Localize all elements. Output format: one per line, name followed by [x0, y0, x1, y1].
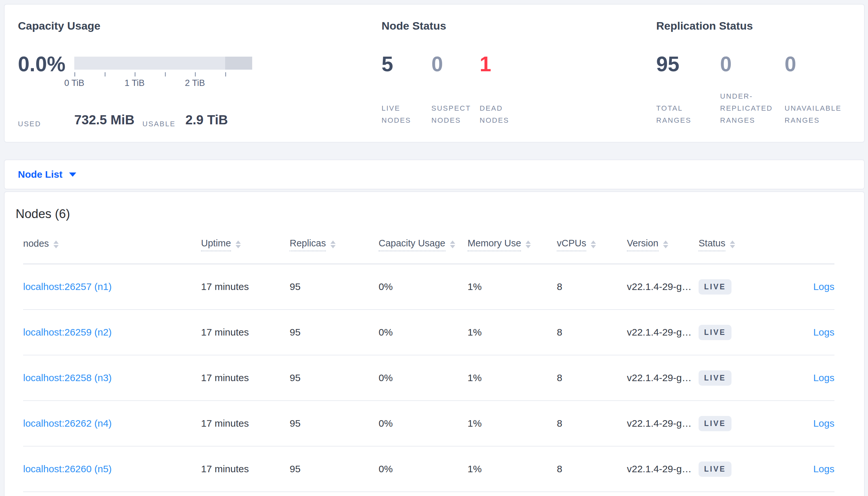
sort-desc-icon — [730, 245, 735, 248]
sort-desc-icon — [591, 245, 596, 248]
view-selector-bar: Node List — [4, 159, 865, 189]
node-address-link[interactable]: localhost:26258 (n3) — [23, 372, 112, 383]
replication-stat-value: 0 — [720, 53, 782, 76]
sort-asc-icon — [236, 241, 241, 244]
column-header-vcpus[interactable]: vCPUs — [557, 238, 627, 251]
sort-arrows-icon[interactable] — [450, 241, 455, 248]
sort-desc-icon — [54, 245, 59, 248]
node-address-link[interactable]: localhost:26259 (n2) — [23, 327, 112, 338]
node-address-cell: localhost:26262 (n4) — [23, 418, 201, 429]
vcpus-cell: 8 — [557, 327, 627, 338]
column-header-nodes[interactable]: nodes — [23, 238, 201, 251]
uptime-cell: 17 minutes — [201, 418, 290, 429]
sort-asc-icon — [526, 241, 531, 244]
logs-link[interactable]: Logs — [813, 372, 835, 383]
capacity-used-label: USED — [18, 120, 41, 128]
sort-arrows-icon[interactable] — [330, 241, 335, 248]
replicas-cell: 95 — [290, 327, 379, 338]
node-row: localhost:26259 (n2)17 minutes950%1%8v22… — [23, 310, 835, 355]
replication-stat-label: UNDER-REPLICATED RANGES — [720, 90, 782, 126]
replication-stat-label: UNAVAILABLE RANGES — [784, 102, 850, 126]
vcpus-cell: 8 — [557, 372, 627, 383]
sort-asc-icon — [663, 241, 668, 244]
replication-status-title: Replication Status — [656, 19, 753, 32]
column-header-label: Uptime — [201, 238, 231, 251]
logs-link[interactable]: Logs — [813, 281, 835, 292]
node-status-stat-label: LIVE NODES — [381, 102, 427, 126]
cluster-summary-card: Capacity Usage 0.0% 0 TiB1 TiB2 TiB USED… — [4, 4, 865, 142]
capacity-axis-tick — [74, 72, 75, 77]
version-cell: v22.1.4-29-g… — [627, 463, 699, 475]
node-address-link[interactable]: localhost:26260 (n5) — [23, 463, 112, 474]
live-status-badge: LIVE — [699, 370, 732, 386]
capacity-used-percent: 0.0% — [18, 53, 65, 76]
sort-asc-icon — [54, 241, 59, 244]
logs-link[interactable]: Logs — [813, 418, 835, 429]
node-address-cell: localhost:26260 (n5) — [23, 463, 201, 475]
uptime-cell: 17 minutes — [201, 463, 290, 475]
sort-arrows-icon[interactable] — [591, 241, 596, 248]
status-cell: LIVE — [699, 416, 769, 431]
sort-desc-icon — [330, 245, 335, 248]
node-status-title: Node Status — [381, 19, 446, 32]
column-header-label: Version — [627, 238, 658, 251]
sort-asc-icon — [330, 241, 335, 244]
version-cell: v22.1.4-29-g… — [627, 372, 699, 383]
node-address-cell: localhost:26259 (n2) — [23, 327, 201, 338]
logs-link[interactable]: Logs — [813, 463, 835, 474]
node-status-stat-label: DEAD NODES — [480, 102, 525, 126]
capacity-usage-title: Capacity Usage — [18, 19, 100, 32]
node-list-dropdown[interactable]: Node List — [18, 169, 76, 180]
memory-use-cell: 1% — [467, 281, 557, 292]
node-address-link[interactable]: localhost:26257 (n1) — [23, 281, 112, 292]
live-status-badge: LIVE — [699, 279, 732, 295]
replication-stat: 95TOTAL RANGES — [656, 53, 712, 126]
sort-desc-icon — [236, 245, 241, 248]
column-header-label: Capacity Usage — [379, 238, 445, 251]
replication-stat: 0UNDER-REPLICATED RANGES — [720, 53, 782, 126]
sort-arrows-icon[interactable] — [663, 241, 668, 248]
capacity-usage-cell: 0% — [379, 463, 467, 475]
column-header-version[interactable]: Version — [627, 238, 699, 251]
column-header-memory-use[interactable]: Memory Use — [467, 238, 557, 251]
sort-arrows-icon[interactable] — [236, 241, 241, 248]
column-header-uptime[interactable]: Uptime — [201, 238, 290, 251]
memory-use-cell: 1% — [467, 418, 557, 429]
replicas-cell: 95 — [290, 418, 379, 429]
nodes-table-header: nodesUptimeReplicasCapacity UsageMemory … — [23, 225, 835, 264]
memory-use-cell: 1% — [467, 327, 557, 338]
replicas-cell: 95 — [290, 372, 379, 383]
node-address-link[interactable]: localhost:26262 (n4) — [23, 418, 112, 429]
capacity-used-value: 732.5 MiB — [74, 113, 135, 127]
logs-cell: Logs — [769, 463, 835, 475]
capacity-bar-chart — [74, 57, 252, 69]
column-header-capacity-usage[interactable]: Capacity Usage — [379, 238, 467, 251]
column-header-replicas[interactable]: Replicas — [290, 238, 379, 251]
vcpus-cell: 8 — [557, 418, 627, 429]
logs-cell: Logs — [769, 327, 835, 338]
version-cell: v22.1.4-29-g… — [627, 327, 699, 338]
capacity-bar-dark-segment — [225, 57, 252, 69]
capacity-usable-value: 2.9 TiB — [185, 113, 228, 127]
sort-desc-icon — [526, 245, 531, 248]
sort-arrows-icon[interactable] — [54, 241, 59, 248]
capacity-usage-cell: 0% — [379, 418, 467, 429]
nodes-panel-title: Nodes (6) — [16, 207, 70, 221]
memory-use-cell: 1% — [467, 372, 557, 383]
sort-asc-icon — [591, 241, 596, 244]
node-status-stat: 5LIVE NODES — [381, 53, 427, 126]
chevron-down-icon — [69, 172, 76, 177]
node-row: localhost:26257 (n1)17 minutes950%1%8v22… — [23, 264, 835, 310]
status-cell: LIVE — [699, 370, 769, 386]
logs-link[interactable]: Logs — [813, 327, 835, 338]
column-header-status[interactable]: Status — [699, 238, 769, 251]
memory-use-cell: 1% — [467, 463, 557, 475]
sort-arrows-icon[interactable] — [730, 241, 735, 248]
capacity-axis-tick-label: 1 TiB — [115, 78, 154, 88]
live-status-badge: LIVE — [699, 325, 732, 340]
uptime-cell: 17 minutes — [201, 327, 290, 338]
capacity-usable-label: USABLE — [143, 120, 176, 128]
node-row: localhost:26260 (n5)17 minutes950%1%8v22… — [23, 447, 835, 492]
sort-arrows-icon[interactable] — [526, 241, 531, 248]
capacity-axis-tick-label: 2 TiB — [175, 78, 214, 88]
